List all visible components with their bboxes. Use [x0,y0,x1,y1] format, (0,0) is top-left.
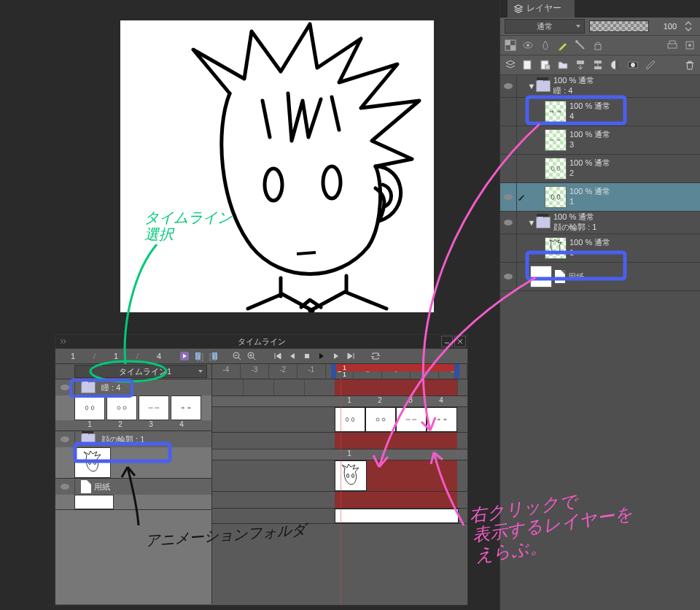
cel-thumbnail[interactable] [74,395,105,420]
visibility-toggle[interactable] [500,234,517,262]
new-vector-layer-icon[interactable] [538,58,553,72]
timeline-cel[interactable] [335,509,459,523]
zoom-in-icon[interactable] [246,351,257,361]
track-lane[interactable] [212,433,467,449]
cel-lane[interactable] [212,509,467,524]
cel-thumbnail[interactable] [139,395,169,420]
ruler-icon[interactable] [643,58,658,72]
play-forward-icon[interactable] [316,351,327,361]
reference-icon[interactable] [682,38,697,53]
svg-rect-9 [668,44,677,48]
opacity-slider[interactable] [589,20,649,32]
new-raster-layer-icon[interactable] [521,58,535,72]
cel-lane[interactable] [212,407,467,433]
layer-item[interactable]: 100 % 通常 3 [500,126,700,155]
layer-item[interactable]: 100 % 通常 1 [500,234,700,263]
transfer-down-icon[interactable] [573,58,588,72]
droplet-icon[interactable] [538,38,553,53]
current-frame[interactable]: 1 [55,352,90,360]
last-frame-icon[interactable] [346,351,356,361]
visibility-toggle[interactable] [500,98,517,126]
layer-item-selected[interactable]: 100 % 通常 1 [500,183,700,212]
timeline-ruler[interactable]: -4 -3 -2 -1 1 2 3 4 5 1 1 [212,364,467,379]
apply-mask-icon[interactable] [626,58,640,72]
track-lane[interactable] [212,379,467,396]
trash-icon[interactable] [682,58,697,72]
opacity-stepper[interactable] [681,19,696,34]
cel-thumbnail[interactable] [74,447,111,478]
track-lane[interactable] [212,492,467,509]
next-frame-icon[interactable] [331,351,341,361]
animation-folder-icon [81,382,96,393]
onion-next-icon[interactable] [209,351,219,361]
total-frames[interactable]: 4 [141,352,176,360]
svg-rect-19 [615,61,620,69]
visibility-toggle[interactable] [55,379,75,395]
cel-thumbnail[interactable] [171,395,201,420]
visibility-toggle[interactable] [500,155,517,182]
folder-expand-icon[interactable]: ▼ [527,218,536,227]
svg-point-41 [351,417,354,421]
clip-range-bar[interactable] [335,364,457,371]
timeline-track-pupil[interactable]: 瞳 : 4 1 2 3 4 [55,379,211,431]
layers-panel: レイヤー 通常 100 [499,0,700,610]
onion-prev-icon[interactable] [194,351,204,361]
timeline-cel[interactable] [335,407,365,432]
panel-title: タイムライン [238,336,286,347]
timeline-cel[interactable] [335,460,367,491]
cel-thumbnail[interactable] [74,495,114,509]
stop-icon[interactable] [302,351,312,361]
clip-icon[interactable] [665,38,680,53]
visibility-toggle[interactable] [500,126,517,154]
merge-down-icon[interactable] [591,58,605,72]
frame-field[interactable]: 1 [98,352,133,360]
mask-icon[interactable] [608,58,623,72]
layers-icon[interactable] [503,58,518,72]
visibility-toggle[interactable] [55,431,75,447]
visibility-toggle[interactable] [500,263,517,290]
layer-folder-face[interactable]: ▼ 100 % 通常 顔の輪郭 : 1 [500,212,700,234]
canvas[interactable] [120,20,434,312]
loop-icon[interactable] [370,351,381,361]
checkerboard-icon[interactable] [503,38,518,53]
minimize-icon[interactable] [441,336,453,347]
new-folder-icon[interactable] [556,58,570,72]
clip-start-marker[interactable] [331,364,336,379]
visibility-toggle[interactable] [500,75,517,97]
layer-toolbar-1 [500,36,700,55]
layer-paper[interactable]: 用紙 [500,263,700,291]
timeline-cel[interactable] [365,407,396,432]
layers-tab[interactable]: レイヤー [508,0,575,18]
folder-expand-icon[interactable]: ▼ [527,82,536,90]
animation-folder-icon [536,217,551,228]
lock-icon[interactable] [591,38,605,53]
prev-frame-icon[interactable] [287,351,298,361]
opacity-value[interactable]: 100 [653,22,677,31]
cel-lane[interactable] [212,460,467,492]
timeline-area[interactable]: -4 -3 -2 -1 1 2 3 4 5 1 1 1 [212,364,467,604]
blend-mode-select[interactable]: 通常 [505,19,585,34]
visibility-toggle[interactable] [500,183,517,211]
first-frame-icon[interactable] [273,351,283,361]
zoom-out-icon[interactable] [232,351,242,361]
close-icon[interactable] [454,336,466,347]
layer-item[interactable]: 100 % 通常 2 [500,155,700,183]
visibility-toggle[interactable] [55,479,75,495]
layer-folder-pupil[interactable]: ▼ 100 % 通常 瞳 : 4 [500,75,700,98]
visibility-icon[interactable] [521,38,535,53]
timeline-select[interactable]: タイムライン1 [74,365,207,378]
timeline-track-list: タイムライン1 瞳 : 4 [55,364,212,604]
timeline-cel[interactable] [396,407,427,432]
timeline-track-paper[interactable]: 用紙 [55,479,211,510]
wand-icon[interactable] [573,38,588,53]
play-icon[interactable] [179,351,190,361]
layer-item[interactable]: 100 % 通常 4 [500,98,700,126]
cel-thumbnail[interactable] [106,395,137,420]
timeline-track-face[interactable]: 顔の輪郭 : 1 [55,431,211,479]
pencil-icon[interactable] [556,38,570,53]
timeline-cel[interactable] [427,407,457,432]
layer-thumbnail [530,266,552,287]
visibility-toggle[interactable] [500,212,517,233]
timeline-titlebar[interactable]: タイムライン [55,335,467,349]
clip-end-marker[interactable] [454,364,459,379]
